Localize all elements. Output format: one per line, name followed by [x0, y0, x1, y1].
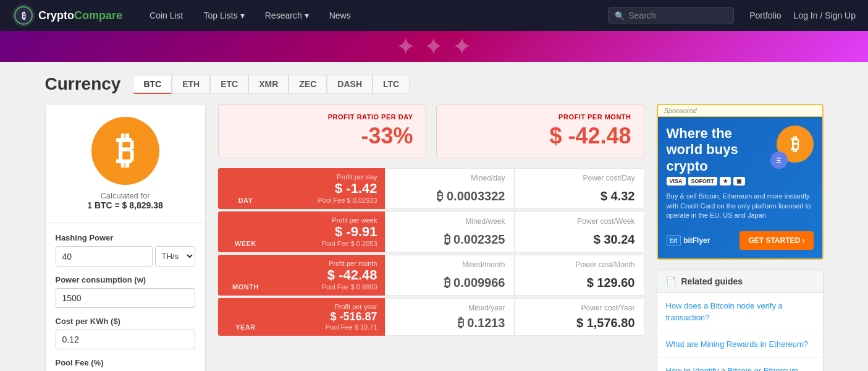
power-month: Power cost/Month $ 129.60 [515, 255, 644, 296]
search-input[interactable] [628, 11, 727, 20]
profit-ratio-value: -33% [231, 123, 413, 149]
hashing-power-unit-select[interactable]: TH/s GH/s MH/s [155, 246, 195, 267]
profit-month: Profit per month $ -42.48 Pool Fee $ 0.8… [274, 255, 385, 296]
guide-link-2[interactable]: What are Mining Rewards in Ethereum? [657, 331, 823, 358]
tab-xmr[interactable]: XMR [248, 75, 289, 94]
nav-links: Coin List Top Lists ▾ Research ▾ News [141, 7, 592, 24]
svg-text:₿: ₿ [22, 11, 26, 20]
right-panel: Sponsored Where the world buys crypto VI… [657, 104, 824, 371]
calc-value: 1 BTC = $ 8,829.38 [87, 200, 163, 210]
table-row: MONTH Profit per month $ -42.48 Pool Fee… [218, 255, 644, 296]
mined-day: Mined/day ₿ 0.0003322 [385, 168, 515, 209]
cost-per-kwh-group: Cost per KWh ($) [56, 317, 195, 349]
tab-eth[interactable]: ETH [172, 75, 210, 94]
currency-header: Currency BTC ETH ETC XMR ZEC DASH LTC [45, 74, 824, 94]
bitflyer-icon: bit [667, 235, 681, 246]
top-banner: ✦ ✦ ✦ [0, 31, 868, 62]
guide-link-3[interactable]: How to Identify a Bitcoin or Ethereum [657, 358, 823, 371]
visa-icon: VISA [667, 177, 686, 186]
pool-fee-label: Pool Fee (%) [56, 358, 195, 367]
period-week: WEEK [218, 211, 274, 252]
nav-coin-list[interactable]: Coin List [141, 7, 192, 24]
profit-month-card: PROFIT PER MONTH $ -42.48 [436, 104, 644, 158]
table-row: YEAR Profit per year $ -516.87 Pool Fee … [218, 298, 644, 336]
payment-icon-4: ▣ [733, 177, 745, 186]
tab-ltc[interactable]: LTC [373, 75, 410, 94]
navbar: ₿ CryptoCompare Coin List Top Lists ▾ Re… [0, 0, 868, 31]
coin-display: ₿ Calculated for 1 BTC = $ 8,829.38 [45, 104, 206, 223]
form-panel: Hashing Power TH/s GH/s MH/s Power consu… [45, 223, 206, 371]
btc-coin-icon: ₿ [91, 117, 159, 185]
profit-month-value: $ -42.48 [449, 123, 631, 149]
period-day: DAY [218, 168, 274, 209]
power-week: Power cost/Week $ 30.24 [515, 211, 644, 252]
cost-per-kwh-input[interactable] [56, 330, 195, 349]
power-consumption-label: Power consumption (w) [56, 275, 195, 284]
nav-right: Portfolio Log In / Sign Up [749, 11, 856, 20]
guide-link-1[interactable]: How does a Bitcoin node verify a transac… [657, 293, 823, 331]
ad-title: Where the world buys crypto [667, 126, 770, 174]
table-row: DAY Profit per day $ -1.42 Pool Fee $ 0.… [218, 168, 644, 209]
brand[interactable]: ₿ CryptoCompare [12, 4, 122, 27]
brand-compare: Compare [74, 9, 122, 22]
chevron-down-icon: ▾ [240, 11, 245, 20]
profit-day: Profit per day $ -1.42 Pool Fee $ 0.0293… [274, 168, 385, 209]
tab-zec[interactable]: ZEC [289, 75, 327, 94]
page-title: Currency [45, 74, 121, 94]
chevron-down-icon-research: ▾ [305, 11, 309, 20]
ad-description: Buy & sell Bitcoin, Ethereum and more in… [667, 192, 814, 220]
hashing-power-group: Hashing Power TH/s GH/s MH/s [56, 233, 195, 267]
currency-tabs: BTC ETH ETC XMR ZEC DASH LTC [133, 75, 410, 94]
period-month: MONTH [218, 255, 274, 296]
ad-box: Sponsored Where the world buys crypto VI… [657, 104, 824, 260]
profit-ratio-card: PROFIT RATIO PER DAY -33% [218, 104, 426, 158]
hashing-power-input[interactable] [56, 246, 153, 267]
pool-fee-group: Pool Fee (%) [56, 358, 195, 371]
tab-etc[interactable]: ETC [210, 75, 248, 94]
nav-news[interactable]: News [321, 7, 360, 24]
power-consumption-input[interactable] [56, 288, 195, 308]
table-row: WEEK Profit per week $ -9.91 Pool Fee $ … [218, 211, 644, 252]
cost-per-kwh-label: Cost per KWh ($) [56, 317, 195, 326]
search-icon: 🔍 [615, 11, 625, 20]
period-year: YEAR [218, 298, 274, 336]
profit-summary: PROFIT RATIO PER DAY -33% PROFIT PER MON… [218, 104, 644, 158]
tab-dash[interactable]: DASH [327, 75, 373, 94]
content-grid: ₿ Calculated for 1 BTC = $ 8,829.38 Hash… [45, 104, 824, 371]
nav-research[interactable]: Research ▾ [256, 7, 318, 24]
power-day: Power cost/Day $ 4.32 [515, 168, 644, 209]
portfolio-link[interactable]: Portfolio [749, 11, 781, 20]
data-rows: DAY Profit per day $ -1.42 Pool Fee $ 0.… [218, 168, 644, 336]
sofort-icon: SOFORT [688, 177, 718, 186]
logo-icon: ₿ [12, 4, 35, 27]
ad-eth-icon: Ξ [770, 151, 788, 169]
brand-crypto: Crypto [38, 9, 74, 22]
tab-btc[interactable]: BTC [133, 75, 172, 94]
login-link[interactable]: Log In / Sign Up [794, 11, 856, 20]
related-guides-header: 📄 Related guides [657, 270, 823, 293]
power-consumption-group: Power consumption (w) [56, 275, 195, 308]
document-icon: 📄 [666, 276, 676, 286]
mined-week: Mined/week ₿ 0.002325 [385, 211, 515, 252]
profit-month-label: PROFIT PER MONTH [449, 113, 631, 121]
nav-top-lists[interactable]: Top Lists ▾ [195, 7, 253, 24]
ad-cta-button[interactable]: GET STARTED › [739, 231, 813, 250]
profit-ratio-label: PROFIT RATIO PER DAY [231, 113, 413, 121]
search-box: 🔍 [608, 7, 734, 23]
main-content: Currency BTC ETH ETC XMR ZEC DASH LTC ₿ … [33, 62, 836, 371]
payment-icon-3: ★ [720, 177, 731, 186]
hashing-power-label: Hashing Power [56, 233, 195, 242]
profit-year: Profit per year $ -516.87 Pool Fee $ 10.… [274, 298, 385, 336]
center-panel: PROFIT RATIO PER DAY -33% PROFIT PER MON… [218, 104, 644, 371]
ad-content: Where the world buys crypto VISA SOFORT … [658, 117, 822, 258]
power-year: Power cost/Year $ 1,576.80 [515, 298, 644, 336]
mined-year: Mined/year ₿ 0.1213 [385, 298, 515, 336]
left-panel: ₿ Calculated for 1 BTC = $ 8,829.38 Hash… [45, 104, 206, 371]
ad-sponsored-label: Sponsored [658, 105, 822, 117]
mined-month: Mined/month ₿ 0.009966 [385, 255, 515, 296]
calc-label: Calculated for [100, 191, 150, 200]
profit-week: Profit per week $ -9.91 Pool Fee $ 0.205… [274, 211, 385, 252]
bitflyer-logo: bitFlyer [683, 236, 710, 245]
related-guides-box: 📄 Related guides How does a Bitcoin node… [657, 270, 824, 371]
